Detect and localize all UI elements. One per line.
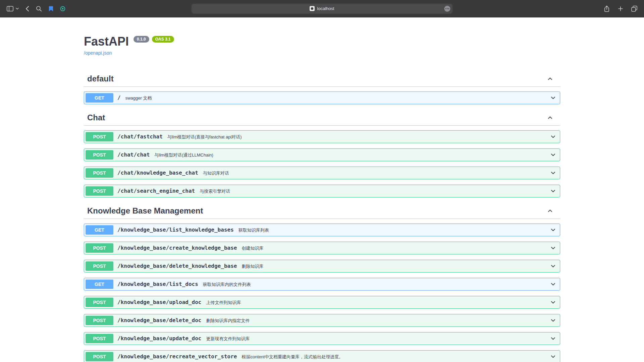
endpoint-row[interactable]: POST /knowledge_base/update_doc 更新现有文件到知… xyxy=(84,332,560,345)
toolbar-right-group xyxy=(604,5,637,12)
section-title: Chat xyxy=(87,113,105,122)
section-operations: POST /chat/fastchat 与llm模型对话(直接与fastchat… xyxy=(84,126,560,197)
endpoint-path: /knowledge_base/recreate_vector_store xyxy=(117,353,237,360)
endpoint-description: 上传文件到知识库 xyxy=(206,300,241,306)
extension-bookmark-icon[interactable] xyxy=(49,6,53,11)
method-badge: POST xyxy=(86,132,113,141)
sidebar-chevron-icon[interactable] xyxy=(16,8,19,10)
search-icon[interactable] xyxy=(36,6,42,12)
endpoint-path: /knowledge_base/list_knowledge_bases xyxy=(117,227,234,233)
endpoint-path: /knowledge_base/list_docs xyxy=(117,281,198,287)
endpoint-description: 获取知识库内的文件列表 xyxy=(203,282,251,288)
method-badge: POST xyxy=(86,168,113,178)
chevron-up-icon[interactable] xyxy=(547,75,553,82)
back-icon[interactable] xyxy=(25,6,29,12)
endpoint-row[interactable]: POST /chat/knowledge_base_chat 与知识库对话 xyxy=(84,167,560,179)
endpoint-path: /chat/fastchat xyxy=(117,133,163,140)
endpoint-row[interactable]: GET /knowledge_base/list_docs 获取知识库内的文件列… xyxy=(84,278,560,291)
method-badge: GET xyxy=(86,93,113,103)
url-bar[interactable]: localhost xyxy=(192,4,452,14)
method-badge: POST xyxy=(86,316,113,325)
chevron-down-icon[interactable] xyxy=(550,95,556,101)
endpoint-row[interactable]: GET / swagger 文档 xyxy=(84,92,560,104)
endpoint-description: 更新现有文件到知识库 xyxy=(206,336,250,342)
chevron-down-icon[interactable] xyxy=(550,152,556,158)
chevron-down-icon[interactable] xyxy=(550,317,556,324)
endpoint-path: /chat/chat xyxy=(117,152,150,158)
endpoint-path: /knowledge_base/delete_doc xyxy=(117,317,201,323)
section-header[interactable]: Chat xyxy=(84,110,560,126)
sections: default GET / swagger 文档 Chat xyxy=(84,71,560,362)
endpoint-description: 获取知识库列表 xyxy=(238,227,269,233)
section-operations: GET / swagger 文档 xyxy=(84,87,560,104)
endpoint-row[interactable]: POST /chat/search_engine_chat 与搜索引擎对话 xyxy=(84,185,560,197)
endpoint-row[interactable]: POST /knowledge_base/recreate_vector_sto… xyxy=(84,350,560,362)
chevron-up-icon[interactable] xyxy=(547,114,553,121)
endpoint-description: 与llm模型对话(通过LLMChain) xyxy=(154,152,213,158)
chevron-down-icon[interactable] xyxy=(550,188,556,194)
section-operations: GET /knowledge_base/list_knowledge_bases… xyxy=(84,219,560,362)
api-section: Chat POST /chat/fastchat 与llm模型对话(直接与fas… xyxy=(84,110,560,197)
chevron-down-icon[interactable] xyxy=(550,281,556,288)
endpoint-row[interactable]: POST /knowledge_base/delete_knowledge_ba… xyxy=(84,260,560,273)
chevron-down-icon[interactable] xyxy=(550,263,556,269)
endpoint-row[interactable]: GET /knowledge_base/list_knowledge_bases… xyxy=(84,224,560,236)
chevron-down-icon[interactable] xyxy=(550,227,556,233)
new-tab-icon[interactable] xyxy=(618,6,623,11)
toolbar-left-group xyxy=(7,6,65,12)
endpoint-path: / xyxy=(117,95,121,101)
endpoint-description: 删除知识库内指定文件 xyxy=(206,318,250,324)
method-badge: POST xyxy=(86,298,113,307)
endpoint-path: /knowledge_base/create_knowledge_base xyxy=(117,245,237,251)
browser-toolbar: localhost xyxy=(0,0,644,17)
section-header[interactable]: default xyxy=(84,71,560,87)
method-badge: POST xyxy=(86,243,113,253)
sidebar-toggle-icon[interactable] xyxy=(7,6,13,11)
chevron-down-icon[interactable] xyxy=(550,170,556,176)
chevron-up-icon[interactable] xyxy=(547,207,553,214)
endpoint-row[interactable]: POST /knowledge_base/upload_doc 上传文件到知识库 xyxy=(84,296,560,309)
tab-overview-icon[interactable] xyxy=(631,6,637,12)
section-title: default xyxy=(87,74,114,83)
endpoint-row[interactable]: POST /knowledge_base/create_knowledge_ba… xyxy=(84,242,560,254)
endpoint-path: /chat/knowledge_base_chat xyxy=(117,170,198,176)
endpoint-path: /chat/search_engine_chat xyxy=(117,188,195,194)
section-title: Knowledge Base Management xyxy=(87,206,203,215)
api-info: FastAPI 0.1.0 OAS 3.1 /openapi.json xyxy=(84,35,560,56)
swagger-page: FastAPI 0.1.0 OAS 3.1 /openapi.json defa… xyxy=(0,17,644,362)
endpoint-row[interactable]: POST /chat/chat 与llm模型对话(通过LLMChain) xyxy=(84,148,560,161)
method-badge: POST xyxy=(86,186,113,196)
api-section: default GET / swagger 文档 xyxy=(84,71,560,104)
endpoint-path: /knowledge_base/update_doc xyxy=(117,335,201,342)
chevron-down-icon[interactable] xyxy=(550,245,556,251)
browser-window: localhost xyxy=(0,0,644,362)
site-favicon xyxy=(310,6,315,11)
chevron-down-icon[interactable] xyxy=(550,299,556,306)
method-badge: GET xyxy=(86,280,113,289)
endpoint-row[interactable]: POST /chat/fastchat 与llm模型对话(直接与fastchat… xyxy=(84,130,560,143)
api-section: Knowledge Base Management GET /knowledge… xyxy=(84,203,560,362)
method-badge: POST xyxy=(86,334,113,343)
endpoint-description: 根据content中文档重建向量库，流式输出处理进度。 xyxy=(241,354,343,360)
endpoint-path: /knowledge_base/delete_knowledge_base xyxy=(117,263,237,269)
method-badge: POST xyxy=(86,150,113,160)
share-icon[interactable] xyxy=(604,5,610,12)
chevron-down-icon[interactable] xyxy=(550,353,556,360)
openapi-spec-link[interactable]: /openapi.json xyxy=(84,50,112,56)
section-header[interactable]: Knowledge Base Management xyxy=(84,203,560,219)
endpoint-path: /knowledge_base/upload_doc xyxy=(117,299,201,305)
endpoint-row[interactable]: POST /knowledge_base/delete_doc 删除知识库内指定… xyxy=(84,314,560,327)
chevron-down-icon[interactable] xyxy=(550,335,556,342)
endpoint-description: 与知识库对话 xyxy=(203,170,229,176)
endpoint-description: 与llm模型对话(直接与fastchat api对话) xyxy=(167,134,242,140)
page-title: FastAPI xyxy=(84,35,129,48)
method-badge: POST xyxy=(86,261,113,271)
method-badge: POST xyxy=(86,352,113,361)
url-text: localhost xyxy=(317,6,334,11)
endpoint-description: 删除知识库 xyxy=(241,263,263,269)
extension-target-icon[interactable] xyxy=(60,6,65,11)
method-badge: GET xyxy=(86,225,113,235)
chevron-down-icon[interactable] xyxy=(550,133,556,140)
endpoint-description: 创建知识库 xyxy=(241,245,263,251)
page-options-icon[interactable] xyxy=(444,5,450,12)
